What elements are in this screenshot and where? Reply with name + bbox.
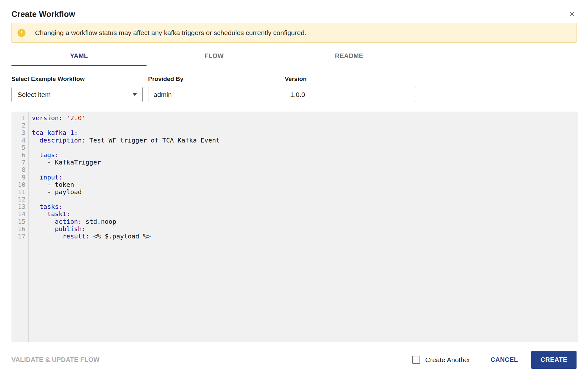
create-workflow-modal: Create Workflow ✕ ! Changing a workflow … [0,0,588,369]
tab-yaml[interactable]: YAML [11,47,147,66]
line-number: 2 [11,122,25,129]
line-number: 4 [11,137,25,144]
line-number: 1 [11,114,25,122]
code-line: 16 publish: [11,225,578,233]
code-line: 1version: '2.0' [11,114,578,122]
code-text: tags: [32,151,578,159]
code-line: 7 - KafkaTrigger [11,159,578,166]
code-line: 17 result: <% $.payload %> [11,233,578,240]
tab-readme[interactable]: README [282,47,417,66]
version-label: Version [285,76,416,83]
code-text: publish: [32,225,578,233]
code-text: task1: [32,210,578,218]
example-workflow-field: Select Example Workflow Select item [11,76,143,102]
code-line: 5 [11,144,578,151]
example-workflow-select[interactable]: Select item [11,87,143,102]
line-number: 16 [11,225,25,233]
code-text: tasks: [32,203,578,210]
code-text: - KafkaTrigger [32,159,578,166]
create-button[interactable]: CREATE [531,351,577,369]
code-line: 11 - payload [11,188,578,196]
code-line: 10 - token [11,181,578,188]
tab-bar: YAML FLOW README [11,47,577,66]
line-number: 8 [11,166,25,173]
chevron-down-icon [133,93,137,96]
line-number: 15 [11,218,25,225]
code-line: 14 task1: [11,210,578,218]
code-text: - token [32,181,578,188]
example-workflow-selected-value: Select item [18,91,51,99]
code-text: - payload [32,188,578,196]
line-number: 17 [11,233,25,240]
close-icon[interactable]: ✕ [567,10,577,19]
line-number: 3 [11,129,25,136]
provided-by-label: Provided By [148,76,279,83]
code-line: 4 description: Test WF trigger of TCA Ka… [11,137,578,144]
workflow-form: Select Example Workflow Select item Prov… [11,76,577,102]
code-line: 13 tasks: [11,203,578,210]
line-number: 10 [11,181,25,188]
provided-by-field: Provided By [148,76,279,102]
tab-flow[interactable]: FLOW [147,47,282,66]
code-line: 15 action: std.noop [11,218,578,225]
page-title: Create Workflow [11,10,75,19]
cancel-button[interactable]: CANCEL [491,356,518,363]
provided-by-input[interactable] [148,87,279,102]
code-line: 9 input: [11,174,578,181]
warning-text: Changing a workflow status may affect an… [35,29,306,37]
code-text: description: Test WF trigger of TCA Kafk… [32,137,578,144]
code-line: 3tca-kafka-1: [11,129,578,136]
version-field: Version [285,76,416,102]
warning-icon: ! [18,29,25,37]
modal-footer: VALIDATE & UPDATE FLOW Create Another CA… [11,351,577,369]
line-number: 9 [11,174,25,181]
line-number: 6 [11,151,25,159]
warning-banner: ! Changing a workflow status may affect … [11,23,577,43]
yaml-editor[interactable]: 1version: '2.0'23tca-kafka-1:4 descripti… [11,112,578,342]
create-another-label[interactable]: Create Another [425,356,470,364]
code-text: action: std.noop [32,218,578,225]
code-line: 12 [11,196,578,203]
code-line: 8 [11,166,578,173]
line-number: 5 [11,144,25,151]
code-text: input: [32,174,578,181]
line-number: 11 [11,188,25,196]
validate-update-flow-button[interactable]: VALIDATE & UPDATE FLOW [11,356,100,363]
modal-header: Create Workflow ✕ [11,0,577,19]
line-number: 7 [11,159,25,166]
code-lines: 1version: '2.0'23tca-kafka-1:4 descripti… [11,112,578,240]
code-text: result: <% $.payload %> [32,233,578,240]
line-number: 12 [11,196,25,203]
code-line: 2 [11,122,578,129]
version-input[interactable] [285,87,416,102]
footer-actions: Create Another CANCEL CREATE [412,351,577,369]
line-number: 13 [11,203,25,210]
code-text: version: '2.0' [32,114,578,122]
code-line: 6 tags: [11,151,578,159]
example-workflow-label: Select Example Workflow [11,76,143,83]
line-number: 14 [11,210,25,218]
code-text: tca-kafka-1: [32,129,578,136]
create-another-checkbox[interactable] [412,356,420,364]
